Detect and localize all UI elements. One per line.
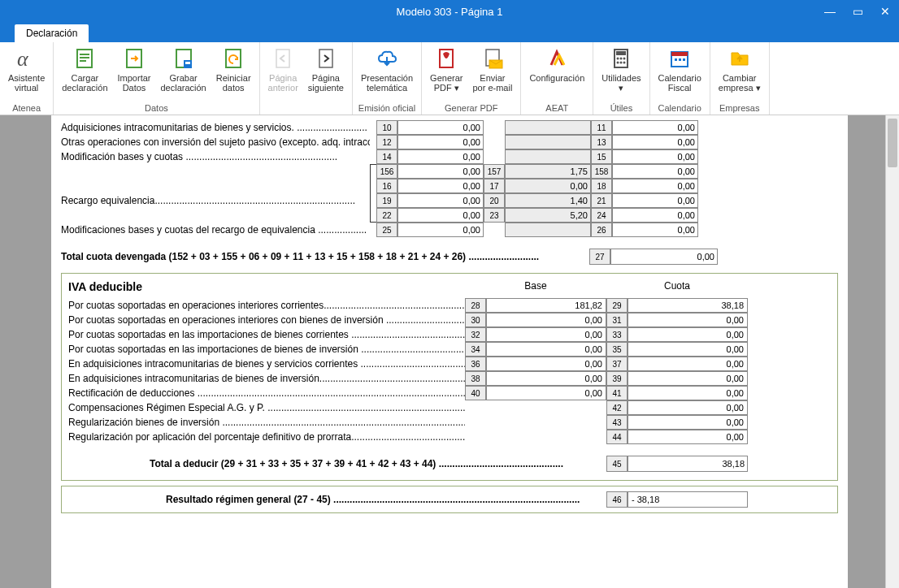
ribbon-btn-doc-green[interactable]: Cargardeclaración: [57, 44, 112, 102]
ribbon-label: Cargardeclaración: [62, 73, 107, 93]
ribbon-btn-mail[interactable]: Enviarpor e-mail: [467, 44, 517, 102]
field-val-13[interactable]: 0,00: [612, 135, 698, 149]
field-val-18[interactable]: 0,00: [612, 179, 698, 193]
field-num-27: 27: [589, 249, 610, 265]
ribbon-btn-aeat[interactable]: Configuración: [524, 44, 589, 102]
window-title: Modelo 303 - Página 1: [397, 6, 503, 18]
content-area: Adquisiciones intracomunitarias de biene…: [0, 115, 899, 588]
ribbon-btn-calc[interactable]: Utilidades▾: [597, 44, 645, 102]
ribbon-btn-pdf[interactable]: GenerarPDF ▾: [425, 44, 467, 102]
total-deducir-row: Total a deducir (29 + 31 + 33 + 35 + 37 …: [68, 456, 831, 472]
field-val-11[interactable]: 0,00: [612, 120, 698, 135]
field-val-30[interactable]: 0,00: [486, 313, 606, 327]
field-num-28: 28: [465, 298, 486, 313]
field-val-31[interactable]: 0,00: [628, 313, 748, 327]
svg-rect-16: [616, 51, 626, 55]
field-val-158[interactable]: 0,00: [612, 164, 698, 179]
field-val-44[interactable]: 0,00: [628, 430, 748, 444]
row-label: Otras operaciones con inversión del suje…: [61, 135, 370, 149]
field-val-21[interactable]: 0,00: [612, 193, 698, 208]
field-val-40[interactable]: 0,00: [486, 386, 606, 400]
maximize-button[interactable]: ▭: [844, 0, 871, 23]
field-val-35[interactable]: 0,00: [628, 342, 748, 357]
field-num-20: 20: [484, 193, 505, 208]
scrollbar-vertical[interactable]: [885, 115, 899, 588]
field-val-15[interactable]: 0,00: [612, 149, 698, 164]
calc-icon: [608, 45, 634, 71]
upper-grid: Adquisiciones intracomunitarias de biene…: [61, 120, 838, 237]
field-val-39[interactable]: 0,00: [628, 371, 748, 386]
ribbon-group-label: Calendario: [654, 102, 706, 115]
row-label: Por cuotas soportadas en operaciones int…: [68, 313, 465, 327]
doc-arrow-icon: [121, 45, 147, 71]
form-page: Adquisiciones intracomunitarias de biene…: [51, 115, 848, 588]
ribbon-label: Asistentevirtual: [8, 73, 45, 93]
field-val-45[interactable]: 38,18: [628, 456, 748, 472]
ribbon-btn-doc-arrow[interactable]: ImportarDatos: [113, 44, 156, 102]
field-num-33: 33: [606, 327, 628, 342]
minimize-button[interactable]: —: [816, 0, 844, 23]
field-val-29[interactable]: 38,18: [628, 298, 748, 313]
close-button[interactable]: ✕: [871, 0, 899, 23]
field-val-43[interactable]: 0,00: [628, 415, 748, 430]
field-val-27[interactable]: 0,00: [610, 249, 718, 265]
ribbon-group-2: PáginaanteriorPáginasiguiente: [260, 42, 353, 115]
tab-declaracion[interactable]: Declaración: [15, 24, 89, 42]
field-val-22[interactable]: 0,00: [397, 208, 484, 223]
field-val-19[interactable]: 0,00: [397, 193, 484, 208]
field-val-42[interactable]: 0,00: [628, 400, 748, 415]
ribbon-btn-cloud[interactable]: Presentacióntelemática: [356, 44, 418, 102]
ribbon-btn-alpha[interactable]: αAsistentevirtual: [3, 44, 50, 102]
field-val-156[interactable]: 0,00: [397, 164, 484, 179]
ribbon-btn-doc-refresh[interactable]: Reiniciardatos: [211, 44, 256, 102]
field-val-14[interactable]: 0,00: [397, 149, 484, 164]
field-val-10[interactable]: 0,00: [397, 120, 484, 135]
field-val-24[interactable]: 0,00: [612, 208, 698, 223]
ribbon-group-label: Emisión oficial: [356, 102, 418, 115]
field-val-32[interactable]: 0,00: [486, 327, 606, 342]
field-num-12: 12: [376, 135, 397, 149]
field-val-38[interactable]: 0,00: [486, 371, 606, 386]
field-num-25: 25: [376, 223, 397, 237]
ribbon-label: Cambiarempresa ▾: [719, 73, 761, 93]
field-val-34[interactable]: 0,00: [486, 342, 606, 357]
row-label: En adquisiciones intracomunitarias de bi…: [68, 357, 465, 371]
field-val-46[interactable]: - 38,18: [628, 491, 748, 508]
field-num-40: 40: [465, 386, 486, 400]
field-val-26[interactable]: 0,00: [612, 223, 698, 237]
ribbon-btn-doc-disk[interactable]: Grabardeclaración: [155, 44, 211, 102]
field-val-12[interactable]: 0,00: [397, 135, 484, 149]
field-num-36: 36: [465, 357, 486, 371]
svg-rect-9: [226, 50, 241, 67]
field-val-33[interactable]: 0,00: [628, 327, 748, 342]
ribbon-label: Páginasiguiente: [308, 73, 344, 93]
app-window: Modelo 303 - Página 1 — ▭ ✕ Declaración …: [0, 0, 899, 588]
row-label: Compensaciones Régimen Especial A.G. y P…: [68, 400, 465, 415]
svg-rect-26: [679, 58, 681, 61]
ribbon-label: Páginaanterior: [268, 73, 298, 93]
field-val-25[interactable]: 0,00: [397, 223, 484, 237]
field-val-36[interactable]: 0,00: [486, 357, 606, 371]
field-num-31: 31: [606, 313, 628, 327]
page-next-icon: [313, 45, 339, 71]
field-val-16[interactable]: 0,00: [397, 179, 484, 193]
svg-rect-3: [80, 57, 89, 58]
field-num-158: 158: [591, 164, 612, 179]
field-num-29: 29: [606, 298, 628, 313]
field-num-32: 32: [465, 327, 486, 342]
field-val-28[interactable]: 181,82: [486, 298, 606, 313]
ribbon-group-label: Generar PDF: [425, 102, 517, 115]
svg-point-18: [620, 58, 623, 60]
ribbon-group-label: Atenea: [3, 102, 50, 115]
ribbon-btn-folder[interactable]: Cambiarempresa ▾: [714, 44, 766, 102]
section-iva-deducible: IVA deducible Base Cuota Por cuotas sopo…: [61, 273, 838, 481]
ribbon-btn-page-next[interactable]: Páginasiguiente: [303, 44, 349, 111]
svg-point-22: [623, 62, 626, 64]
field-val-37[interactable]: 0,00: [628, 357, 748, 371]
ribbon-group-Empresas: Cambiarempresa ▾Empresas: [710, 42, 770, 115]
ribbon-btn-calendar[interactable]: CalendarioFiscal: [654, 44, 706, 102]
alpha-icon: α: [14, 45, 40, 71]
row-label: Por cuotas soportadas en las importacion…: [68, 327, 465, 342]
scrollbar-thumb[interactable]: [888, 119, 897, 167]
field-val-41[interactable]: 0,00: [628, 386, 748, 400]
